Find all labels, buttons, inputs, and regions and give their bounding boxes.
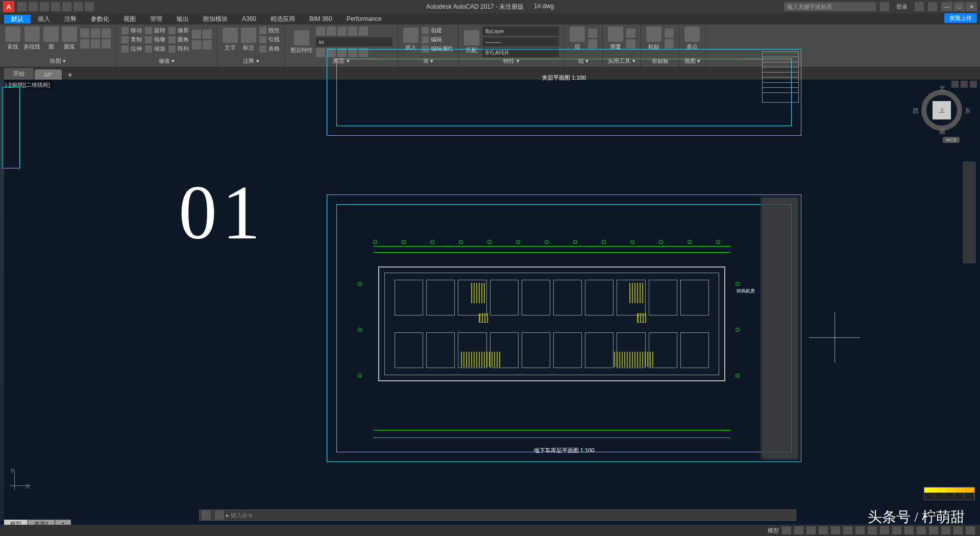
leader-button[interactable]: 引线 bbox=[259, 36, 280, 43]
ungroup-icon[interactable] bbox=[588, 29, 597, 38]
login-button[interactable]: 登录 bbox=[893, 3, 911, 11]
base-view-button[interactable]: 基点 bbox=[684, 27, 700, 51]
line-button[interactable]: 直线 bbox=[5, 27, 20, 51]
hatch-icon[interactable] bbox=[102, 29, 111, 38]
mirror-button[interactable]: 镜像 bbox=[145, 36, 165, 43]
annoscale-icon[interactable] bbox=[904, 526, 914, 534]
tab-parametric[interactable]: 参数化 bbox=[84, 15, 116, 23]
select-icon[interactable] bbox=[626, 29, 635, 38]
tab-insert[interactable]: 插入 bbox=[31, 15, 57, 23]
copy-button[interactable]: 复制 bbox=[121, 36, 142, 43]
command-line[interactable]: ▸ 键入命令 bbox=[199, 509, 796, 521]
viewcube-top-face[interactable]: 上 bbox=[933, 101, 951, 119]
workspace-icon[interactable] bbox=[917, 526, 926, 534]
cmd-options-icon[interactable] bbox=[215, 510, 224, 520]
tab-featured[interactable]: 精选应用 bbox=[263, 15, 302, 23]
snap-toggle-icon[interactable] bbox=[794, 526, 803, 534]
close-button[interactable]: ✕ bbox=[966, 2, 977, 11]
qp-toggle-icon[interactable] bbox=[880, 526, 889, 534]
polyline-button[interactable]: 多段线 bbox=[23, 27, 40, 51]
rotate-button[interactable]: 旋转 bbox=[145, 27, 165, 34]
panel-label-annotate[interactable]: 注释 ▾ bbox=[223, 57, 280, 65]
customize-icon[interactable] bbox=[966, 526, 975, 534]
minimize-button[interactable]: — bbox=[941, 2, 952, 11]
qat-undo-icon[interactable] bbox=[74, 2, 83, 11]
trim-button[interactable]: 修剪 bbox=[168, 27, 189, 34]
spline-icon[interactable] bbox=[80, 39, 89, 48]
status-model[interactable]: 模型 bbox=[768, 527, 779, 534]
app-icon[interactable]: A bbox=[3, 1, 14, 12]
ellipse-icon[interactable] bbox=[91, 29, 100, 38]
panel-label-modify[interactable]: 修改 ▾ bbox=[121, 57, 212, 65]
group-edit-icon[interactable] bbox=[588, 39, 597, 48]
color-dropdown[interactable]: ByLayer bbox=[482, 27, 559, 36]
filetab-start[interactable]: 开始 bbox=[4, 68, 34, 80]
measure-button[interactable]: 测量 bbox=[608, 27, 623, 51]
stretch-button[interactable]: 拉伸 bbox=[121, 45, 142, 53]
filetab-drawing[interactable]: 1#* bbox=[35, 69, 62, 80]
polar-toggle-icon[interactable] bbox=[819, 526, 828, 534]
arc-button[interactable]: 圆弧 bbox=[62, 27, 77, 51]
infocenter-icon[interactable] bbox=[880, 2, 889, 11]
drawing-area[interactable]: [-][俯视][二维线框] 夹层平面图 1:100 bbox=[0, 80, 980, 521]
edit-block-button[interactable]: 编辑 bbox=[422, 36, 453, 43]
layer-dropdown[interactable]: kx bbox=[316, 37, 393, 46]
calc-icon[interactable] bbox=[626, 39, 635, 48]
explode-icon[interactable] bbox=[192, 30, 201, 39]
tab-default[interactable]: 默认 bbox=[4, 15, 31, 23]
filetab-new[interactable]: + bbox=[63, 70, 78, 80]
table-button[interactable]: 表格 bbox=[259, 45, 280, 53]
layer-lock-icon[interactable] bbox=[337, 27, 347, 36]
qat-save-icon[interactable] bbox=[40, 2, 49, 11]
cloud-upload-button[interactable]: 发隆上传 bbox=[944, 13, 977, 23]
vp-close-icon[interactable] bbox=[970, 81, 977, 88]
layer-freeze-icon[interactable] bbox=[327, 27, 336, 36]
tab-a360[interactable]: A360 bbox=[235, 15, 263, 22]
layer-iso-icon[interactable] bbox=[359, 27, 368, 36]
erase-icon[interactable] bbox=[192, 40, 201, 50]
group-button[interactable]: 组 bbox=[570, 27, 585, 51]
qat-redo-icon[interactable] bbox=[85, 2, 94, 11]
tab-output[interactable]: 输出 bbox=[169, 15, 196, 23]
tab-manage[interactable]: 管理 bbox=[143, 15, 169, 23]
maximize-button[interactable]: □ bbox=[953, 2, 965, 11]
move-button[interactable]: 移动 bbox=[121, 27, 142, 34]
lwt-toggle-icon[interactable] bbox=[855, 526, 865, 534]
lineweight-dropdown[interactable]: ——— bbox=[482, 37, 559, 46]
qat-new-icon[interactable] bbox=[17, 2, 27, 11]
vp-max-icon[interactable] bbox=[961, 81, 968, 88]
panel-label-draw[interactable]: 绘图 ▾ bbox=[5, 57, 111, 65]
paste-button[interactable]: 粘贴 bbox=[646, 27, 662, 51]
copy-clip-icon[interactable] bbox=[665, 39, 674, 48]
tab-performance[interactable]: Performance bbox=[339, 15, 389, 22]
help-icon[interactable] bbox=[928, 2, 937, 11]
cmd-close-icon[interactable] bbox=[202, 510, 211, 520]
qat-open-icon[interactable] bbox=[29, 2, 38, 11]
qat-plot-icon[interactable] bbox=[62, 2, 71, 11]
transparency-toggle-icon[interactable] bbox=[868, 526, 877, 534]
insert-block-button[interactable]: 插入 bbox=[403, 28, 419, 52]
join-icon[interactable] bbox=[203, 40, 212, 50]
wcs-badge[interactable]: WCS bbox=[943, 137, 960, 143]
navigation-bar[interactable] bbox=[963, 161, 976, 263]
grid-toggle-icon[interactable] bbox=[782, 526, 791, 534]
layer-off-icon[interactable] bbox=[316, 27, 325, 36]
region-icon[interactable] bbox=[102, 39, 111, 48]
scale-button[interactable]: 缩放 bbox=[145, 45, 165, 53]
dimension-button[interactable]: 标注 bbox=[241, 28, 256, 52]
sc-toggle-icon[interactable] bbox=[892, 526, 901, 534]
array-button[interactable]: 阵列 bbox=[168, 45, 189, 53]
linear-button[interactable]: 线性 bbox=[259, 27, 280, 34]
layer-properties-button[interactable]: 图层特性 bbox=[290, 30, 313, 54]
tab-addins[interactable]: 附加模块 bbox=[196, 15, 235, 23]
layer-match-icon[interactable] bbox=[348, 27, 357, 36]
layer-on-icon[interactable] bbox=[316, 48, 325, 57]
exchange-icon[interactable] bbox=[915, 2, 924, 11]
osnap-toggle-icon[interactable] bbox=[831, 526, 840, 534]
point-icon[interactable] bbox=[91, 39, 100, 48]
vp-min-icon[interactable] bbox=[951, 81, 959, 88]
view-cube[interactable]: 上 北 南 西 东 bbox=[919, 87, 965, 133]
tab-view[interactable]: 视图 bbox=[116, 15, 143, 23]
ortho-toggle-icon[interactable] bbox=[806, 526, 816, 534]
qat-saveas-icon[interactable] bbox=[51, 2, 60, 11]
